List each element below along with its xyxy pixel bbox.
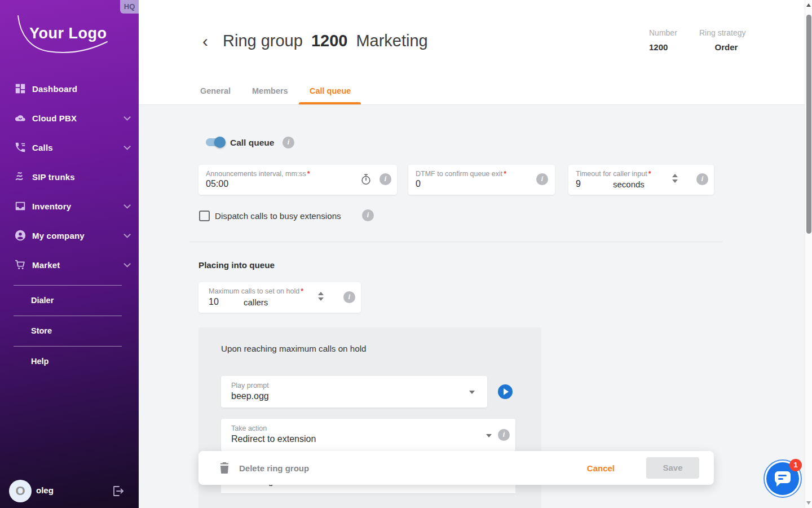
app-root: HQ Your Logo Dashboard Cloud PBX bbox=[0, 0, 812, 508]
take-action-select[interactable]: Take action Redirect to extension i bbox=[221, 419, 515, 452]
sidebar-item-dashboard[interactable]: Dashboard bbox=[0, 74, 139, 103]
sidebar-item-help[interactable]: Help bbox=[0, 347, 139, 376]
sidebar-item-label: Cloud PBX bbox=[32, 113, 77, 123]
page-title-number: 1200 bbox=[311, 32, 348, 50]
tab-call-queue[interactable]: Call queue bbox=[310, 86, 351, 95]
play-icon bbox=[504, 388, 509, 395]
sidebar: HQ Your Logo Dashboard Cloud PBX bbox=[0, 0, 139, 508]
field-label-text: DTMF to confirm queue exit bbox=[416, 170, 502, 178]
play-prompt-select[interactable]: Play prompt beep.ogg bbox=[221, 376, 487, 408]
take-action-value[interactable]: Redirect to extension bbox=[231, 434, 316, 444]
avatar: O bbox=[9, 480, 32, 502]
field-label-text: Maximum calls to set on hold bbox=[209, 287, 299, 295]
field-label: Play prompt bbox=[231, 382, 269, 389]
meta-number-value: 1200 bbox=[649, 42, 677, 52]
sidebar-item-market[interactable]: Market bbox=[0, 250, 139, 279]
cart-icon bbox=[14, 259, 27, 271]
meta-ring-strategy: Ring strategy Order bbox=[699, 28, 753, 52]
info-icon[interactable]: i bbox=[536, 173, 548, 185]
header-area bbox=[139, 0, 805, 105]
dtmf-value[interactable]: 0 bbox=[416, 179, 421, 189]
sidebar-item-dialer[interactable]: Dialer bbox=[0, 286, 139, 316]
max-calls-value[interactable]: 10 bbox=[209, 297, 219, 307]
chevron-down-icon bbox=[123, 202, 131, 209]
scrollbar-thumb[interactable] bbox=[806, 15, 811, 234]
chevron-down-icon bbox=[123, 113, 131, 121]
page-title: Ring group 1200 Marketing bbox=[223, 32, 428, 50]
required-mark: * bbox=[648, 170, 651, 178]
chevron-down-icon bbox=[123, 143, 131, 150]
user-name: oleg bbox=[36, 485, 54, 495]
chevron-down-icon bbox=[123, 260, 131, 268]
active-tab-indicator bbox=[299, 102, 361, 104]
timeout-value[interactable]: 9 bbox=[576, 179, 581, 189]
sidebar-item-calls[interactable]: Calls bbox=[0, 133, 139, 162]
max-calls-field[interactable]: Maximum calls to set on hold* 10 callers… bbox=[198, 282, 361, 313]
info-icon[interactable]: i bbox=[283, 137, 294, 148]
play-button[interactable] bbox=[498, 384, 513, 399]
dropdown-caret-icon bbox=[486, 434, 492, 437]
scrollbar bbox=[805, 0, 812, 508]
logo-text: Your Logo bbox=[29, 25, 107, 42]
sidebar-item-cloud-pbx[interactable]: Cloud PBX bbox=[0, 103, 139, 133]
chat-icon-line bbox=[778, 475, 787, 476]
timeout-field[interactable]: Timeout for caller input* 9 seconds i bbox=[568, 165, 714, 195]
save-button[interactable]: Save bbox=[646, 457, 699, 479]
dispatch-checkbox[interactable] bbox=[199, 211, 210, 221]
logo: Your Logo bbox=[14, 8, 118, 62]
cancel-button[interactable]: Cancel bbox=[587, 463, 615, 473]
dtmf-field[interactable]: DTMF to confirm queue exit* 0 i bbox=[408, 165, 555, 195]
info-icon[interactable]: i bbox=[696, 173, 708, 185]
sidebar-item-inventory[interactable]: Inventory bbox=[0, 191, 139, 221]
sidebar-item-my-company[interactable]: My company bbox=[0, 221, 139, 250]
info-icon[interactable]: i bbox=[362, 209, 374, 221]
sidebar-item-store[interactable]: Store bbox=[0, 316, 139, 346]
chevron-down-icon bbox=[123, 231, 131, 238]
spinner-up-icon[interactable] bbox=[672, 174, 678, 177]
user-row: O oleg bbox=[0, 476, 139, 508]
back-button[interactable]: ‹ bbox=[197, 34, 213, 50]
announcements-interval-value[interactable]: 05:00 bbox=[206, 179, 228, 189]
hq-badge: HQ bbox=[120, 0, 139, 14]
info-icon[interactable]: i bbox=[343, 291, 355, 303]
info-icon[interactable]: i bbox=[498, 429, 510, 441]
spinner-down-icon[interactable] bbox=[318, 297, 324, 301]
call-queue-toggle-label: Call queue bbox=[230, 137, 274, 148]
chat-icon-line bbox=[778, 478, 783, 480]
call-queue-toggle[interactable] bbox=[205, 137, 226, 148]
field-label: Timeout for caller input* bbox=[576, 170, 651, 178]
meta-ring-strategy-label: Ring strategy bbox=[699, 28, 753, 37]
scroll-up-arrow[interactable] bbox=[806, 3, 811, 7]
info-icon[interactable]: i bbox=[379, 173, 391, 185]
sidebar-item-label: My company bbox=[32, 231, 85, 240]
tab-members[interactable]: Members bbox=[252, 86, 288, 95]
dropdown-caret-icon bbox=[469, 391, 475, 394]
sidebar-item-sip-trunks[interactable]: SIP trunks bbox=[0, 162, 139, 191]
field-label: Announcements interval, mm:ss* bbox=[206, 170, 310, 178]
dashboard-icon bbox=[14, 82, 27, 95]
tab-general[interactable]: General bbox=[200, 86, 231, 95]
trash-icon[interactable] bbox=[220, 462, 229, 474]
toggle-knob bbox=[214, 137, 226, 148]
panel-title: Upon reaching maximum calls on hold bbox=[221, 344, 366, 353]
timeout-stepper[interactable] bbox=[672, 174, 678, 184]
meta-number: Number 1200 bbox=[649, 28, 677, 52]
announcements-interval-field[interactable]: Announcements interval, mm:ss* 05:00 i bbox=[198, 165, 397, 195]
page-title-prefix: Ring group bbox=[223, 32, 303, 50]
sidebar-item-label: Calls bbox=[32, 143, 53, 152]
field-label: Maximum calls to set on hold* bbox=[209, 287, 303, 295]
scroll-down-arrow[interactable] bbox=[806, 501, 811, 505]
field-label-text: Announcements interval, mm:ss bbox=[206, 170, 306, 178]
spinner-down-icon[interactable] bbox=[672, 179, 678, 183]
required-mark: * bbox=[301, 287, 303, 295]
page-title-name: Marketing bbox=[356, 32, 427, 50]
timer-icon[interactable] bbox=[360, 173, 372, 186]
max-calls-stepper[interactable] bbox=[318, 292, 324, 302]
timeout-unit: seconds bbox=[613, 179, 645, 189]
logout-icon[interactable] bbox=[111, 484, 125, 498]
play-prompt-value[interactable]: beep.ogg bbox=[231, 391, 269, 401]
delete-ring-group-button[interactable]: Delete ring group bbox=[239, 463, 309, 473]
spinner-up-icon[interactable] bbox=[318, 292, 324, 295]
chat-fab[interactable]: 1 bbox=[764, 459, 802, 498]
meta-ring-strategy-value: Order bbox=[699, 42, 753, 52]
